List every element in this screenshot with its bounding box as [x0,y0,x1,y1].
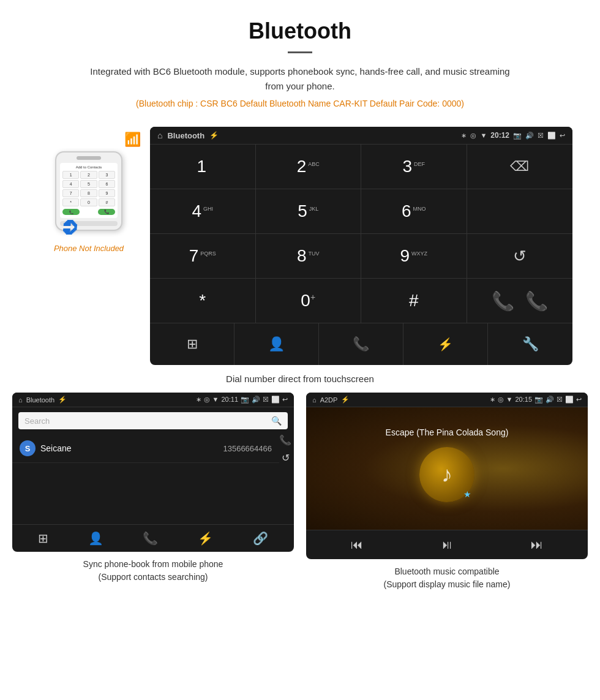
music-win-icon[interactable]: ⬜ [565,396,574,404]
status-title: Bluetooth [167,131,204,140]
pb-close-icon[interactable]: ☒ [263,396,269,404]
phone-key-4: 4 [62,180,79,188]
next-track-icon[interactable]: ⏭ [531,538,543,552]
music-song-title: Escape (The Pina Colada Song) [386,427,509,437]
pb-phone-icon[interactable]: 📞 [143,531,158,546]
car-dialer-screen: ⌂ Bluetooth ⚡ ∗ ◎ ▼ 20:12 📷 🔊 ☒ ⬜ ↩ 1 [150,127,572,365]
phone-key-2: 2 [80,171,97,179]
bottom-screenshots: ⌂ Bluetooth ⚡ ∗ ◎ ▼ 20:11 📷 🔊 ☒ ⬜ ↩ [0,393,600,609]
contact-row-seicane[interactable]: S Seicane 13566664466 [12,434,279,463]
phone-key-1: 1 [62,171,79,179]
pb-bt-icon: ∗ [196,396,201,404]
signal-icon: ▼ [480,132,487,139]
location-icon: ◎ [470,132,476,140]
call-accept-icon[interactable]: 📞 [492,290,514,312]
dial-key-3[interactable]: 3DEF [361,145,467,189]
music-bt-badge: ★ [463,489,471,499]
dial-key-6[interactable]: 6MNO [361,189,467,233]
bluetooth-tab[interactable]: ⚡ [403,323,488,365]
pb-settings-icon[interactable]: 🔗 [253,531,268,546]
dial-backspace-cell[interactable]: ⌫ [467,145,573,189]
dial-row-1: 1 2ABC 3DEF ⌫ [150,145,572,189]
dial-row-3: 7PQRS 8TUV 9WXYZ ↺ [150,234,572,279]
phonebook-screen: ⌂ Bluetooth ⚡ ∗ ◎ ▼ 20:11 📷 🔊 ☒ ⬜ ↩ [12,393,294,552]
contact-left: S Seicane [20,440,72,456]
phone-key-9: 9 [99,189,115,197]
usb-icon: ⚡ [209,131,219,140]
phone-key-7: 7 [62,189,79,197]
dial-row-2: 4GHI 5JKL 6MNO [150,189,572,234]
music-cam-icon: 📷 [534,396,543,404]
window-icon[interactable]: ⬜ [547,132,556,140]
dial-key-9[interactable]: 9WXYZ [361,234,467,278]
pb-grid-icon[interactable]: ⊞ [38,531,48,546]
pb-win-icon[interactable]: ⬜ [271,396,280,404]
music-close-icon[interactable]: ☒ [557,396,563,404]
phonebook-wrapper: ⌂ Bluetooth ⚡ ∗ ◎ ▼ 20:11 📷 🔊 ☒ ⬜ ↩ [12,393,294,597]
phone-key-8: 8 [80,189,97,197]
dial-key-0[interactable]: 0+ [256,279,362,323]
pb-loc-icon: ◎ [204,396,210,404]
music-wrapper: ⌂ A2DP ⚡ ∗ ◎ ▼ 20:15 📷 🔊 ☒ ⬜ ↩ [306,393,588,597]
pb-title: Bluetooth [26,396,54,404]
music-home-icon[interactable]: ⌂ [312,396,317,404]
home-icon[interactable]: ⌂ [157,130,162,140]
dial-key-hash[interactable]: # [361,279,467,323]
pb-back-icon[interactable]: ↩ [282,396,288,404]
phone-key-star: * [62,198,79,206]
music-controls: ⏮ ⏯ ⏭ [306,530,588,559]
settings-tab[interactable]: 🔧 [488,323,572,365]
phonebook-search-bar[interactable]: Search 🔍 [18,412,288,429]
music-bt-icon: ∗ [490,396,495,404]
music-back-icon[interactable]: ↩ [576,396,582,404]
back-icon[interactable]: ↩ [560,132,565,140]
pb-bt-bottom-icon[interactable]: ⚡ [198,531,213,546]
phone-key-6: 6 [99,180,115,188]
dial-row-4: * 0+ # 📞 📞 [150,279,572,323]
pb-signal-icon: ▼ [212,396,219,404]
call-reject-icon[interactable]: 📞 [525,290,548,312]
pb-vol-icon: 🔊 [252,396,260,404]
bluetooth-status-icon: ∗ [461,132,467,140]
dial-section: 📶 Add to Contacts 1 2 3 4 5 6 7 8 9 [0,127,600,365]
phone-icon: 📞 [353,336,369,352]
dial-caption: Dial number direct from touchscreen [0,365,600,393]
page-subtitle: Integrated with BC6 Bluetooth module, su… [86,64,514,94]
pb-contact-active-icon[interactable]: 👤 [88,531,103,546]
music-loc-icon: ◎ [498,396,504,404]
phonebook-status-bar: ⌂ Bluetooth ⚡ ∗ ◎ ▼ 20:11 📷 🔊 ☒ ⬜ ↩ [12,393,294,407]
dial-key-1[interactable]: 1 [150,145,256,189]
prev-track-icon[interactable]: ⏮ [351,538,363,552]
phone-key-0: 0 [80,198,97,206]
dial-key-5[interactable]: 5JKL [256,189,362,233]
call-right-icon[interactable]: 📞 [279,434,291,446]
dial-key-4[interactable]: 4GHI [150,189,256,233]
calls-tab[interactable]: 📞 [319,323,403,365]
phonebook-body: S Seicane 13566664466 📞 ↺ [12,434,294,524]
music-signal-icon: ▼ [506,396,513,404]
phone-speaker [77,156,101,160]
page-title: Bluetooth [12,18,588,44]
backspace-icon: ⌫ [510,159,529,175]
keypad-tab[interactable]: ⊞ [150,323,234,365]
pb-time: 20:11 [221,396,238,404]
dial-key-7[interactable]: 7PQRS [150,234,256,278]
pb-home-icon[interactable]: ⌂ [18,396,23,404]
phone-not-included-label: Phone Not Included [54,244,124,253]
music-status-bar: ⌂ A2DP ⚡ ∗ ◎ ▼ 20:15 📷 🔊 ☒ ⬜ ↩ [306,393,588,407]
close-icon[interactable]: ☒ [538,132,544,140]
search-placeholder: Search [24,416,50,426]
dial-key-star[interactable]: * [150,279,256,323]
contact-number: 13566664466 [223,444,272,453]
redial-right-icon[interactable]: ↺ [282,452,290,464]
album-art: ♪ ★ [419,447,474,502]
page-header: Bluetooth Integrated with BC6 Bluetooth … [0,0,600,127]
pb-status-left: ⌂ Bluetooth ⚡ [18,396,67,404]
contacts-tab[interactable]: 👤 [234,323,319,365]
play-pause-icon[interactable]: ⏯ [441,538,453,552]
dial-redial-cell[interactable]: ↺ [467,234,573,278]
dial-empty-2 [467,189,573,233]
dial-key-8[interactable]: 8TUV [256,234,362,278]
camera-icon: 📷 [513,132,522,140]
dial-key-2[interactable]: 2ABC [256,145,362,189]
